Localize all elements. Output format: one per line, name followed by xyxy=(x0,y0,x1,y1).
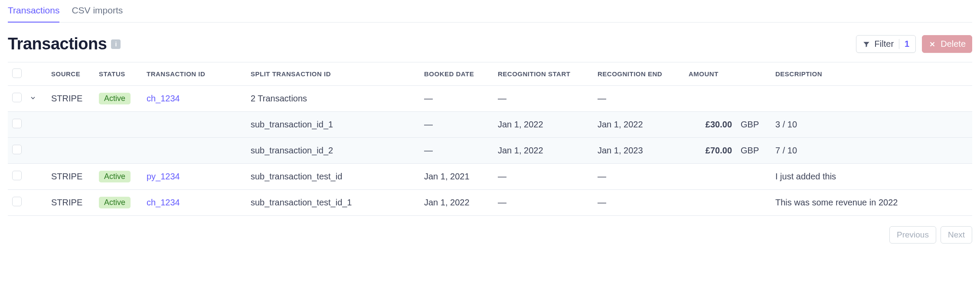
row-checkbox[interactable] xyxy=(12,93,22,102)
table-row: sub_transaction_id_2—Jan 1, 2022Jan 1, 2… xyxy=(8,138,972,164)
tabs: Transactions CSV imports xyxy=(8,0,972,23)
cell-recognition-end: — xyxy=(593,86,684,112)
status-badge: Active xyxy=(99,93,131,104)
row-checkbox[interactable] xyxy=(12,197,22,206)
table-row: STRIPEActivech_1234sub_transaction_test_… xyxy=(8,190,972,216)
cell-split: sub_transaction_id_2 xyxy=(246,138,420,164)
table-header-row: SOURCE STATUS TRANSACTION ID SPLIT TRANS… xyxy=(8,62,972,86)
cell-recognition-end: — xyxy=(593,164,684,190)
table-row: STRIPEActivech_12342 Transactions——— xyxy=(8,86,972,112)
cell-description: I just added this xyxy=(771,164,972,190)
cell-currency xyxy=(736,190,771,216)
cell-source: STRIPE xyxy=(47,164,95,190)
cell-recognition-start: — xyxy=(493,86,593,112)
col-status: STATUS xyxy=(95,62,142,86)
col-txid: TRANSACTION ID xyxy=(142,62,246,86)
status-badge: Active xyxy=(99,197,131,208)
info-icon[interactable]: i xyxy=(111,39,121,49)
delete-label: Delete xyxy=(941,39,966,49)
cell-recognition-end: Jan 1, 2022 xyxy=(593,112,684,138)
col-booked: BOOKED DATE xyxy=(420,62,493,86)
cell-source: STRIPE xyxy=(47,86,95,112)
cell-source xyxy=(47,138,95,164)
cell-amount xyxy=(684,86,736,112)
cell-description: 3 / 10 xyxy=(771,112,972,138)
cell-amount: £30.00 xyxy=(684,112,736,138)
cell-recognition-end: — xyxy=(593,190,684,216)
transaction-link[interactable]: ch_1234 xyxy=(147,198,180,207)
cell-amount xyxy=(684,190,736,216)
cell-description: 7 / 10 xyxy=(771,138,972,164)
cell-booked: — xyxy=(420,86,493,112)
col-split: SPLIT TRANSACTION ID xyxy=(246,62,420,86)
filter-count: 1 xyxy=(899,39,909,49)
cell-booked: — xyxy=(420,112,493,138)
cell-currency: GBP xyxy=(736,138,771,164)
filter-label: Filter xyxy=(875,39,894,49)
cell-booked: Jan 1, 2021 xyxy=(420,164,493,190)
previous-button[interactable]: Previous xyxy=(889,226,936,244)
transaction-link[interactable]: py_1234 xyxy=(147,172,180,181)
title-wrap: Transactions i xyxy=(8,35,121,53)
actions: Filter 1 Delete xyxy=(856,35,972,53)
tab-csv-imports[interactable]: CSV imports xyxy=(72,0,123,23)
header: Transactions i Filter 1 Delete xyxy=(8,23,972,62)
close-icon xyxy=(928,40,936,48)
table-row: sub_transaction_id_1—Jan 1, 2022Jan 1, 2… xyxy=(8,112,972,138)
cell-description xyxy=(771,86,972,112)
cell-booked: Jan 1, 2022 xyxy=(420,190,493,216)
cell-source: STRIPE xyxy=(47,190,95,216)
cell-split: sub_transaction_test_id xyxy=(246,164,420,190)
cell-recognition-end: Jan 1, 2023 xyxy=(593,138,684,164)
col-desc: DESCRIPTION xyxy=(771,62,972,86)
chevron-down-icon[interactable] xyxy=(29,94,36,101)
select-all-checkbox[interactable] xyxy=(12,68,22,78)
filter-button[interactable]: Filter 1 xyxy=(856,35,916,53)
pagination: Previous Next xyxy=(8,216,972,254)
page-title: Transactions xyxy=(8,35,107,53)
status-badge: Active xyxy=(99,171,131,182)
cell-currency: GBP xyxy=(736,112,771,138)
tab-transactions[interactable]: Transactions xyxy=(8,0,59,23)
cell-amount xyxy=(684,164,736,190)
table-row: STRIPEActivepy_1234sub_transaction_test_… xyxy=(8,164,972,190)
cell-recognition-start: — xyxy=(493,164,593,190)
next-button[interactable]: Next xyxy=(941,226,972,244)
cell-booked: — xyxy=(420,138,493,164)
cell-split: sub_transaction_test_id_1 xyxy=(246,190,420,216)
col-recstart: RECOGNITION START xyxy=(493,62,593,86)
row-checkbox[interactable] xyxy=(12,145,22,154)
cell-currency xyxy=(736,86,771,112)
cell-recognition-start: Jan 1, 2022 xyxy=(493,138,593,164)
delete-button[interactable]: Delete xyxy=(922,35,972,53)
row-checkbox[interactable] xyxy=(12,119,22,128)
cell-amount: £70.00 xyxy=(684,138,736,164)
col-recend: RECOGNITION END xyxy=(593,62,684,86)
transaction-link[interactable]: ch_1234 xyxy=(147,94,180,103)
transactions-table: SOURCE STATUS TRANSACTION ID SPLIT TRANS… xyxy=(8,62,972,216)
cell-split: 2 Transactions xyxy=(246,86,420,112)
cell-currency xyxy=(736,164,771,190)
cell-recognition-start: — xyxy=(493,190,593,216)
col-amount: AMOUNT xyxy=(684,62,771,86)
filter-icon xyxy=(862,40,870,48)
cell-recognition-start: Jan 1, 2022 xyxy=(493,112,593,138)
col-source: SOURCE xyxy=(47,62,95,86)
cell-source xyxy=(47,112,95,138)
row-checkbox[interactable] xyxy=(12,171,22,180)
cell-split: sub_transaction_id_1 xyxy=(246,112,420,138)
cell-description: This was some revenue in 2022 xyxy=(771,190,972,216)
